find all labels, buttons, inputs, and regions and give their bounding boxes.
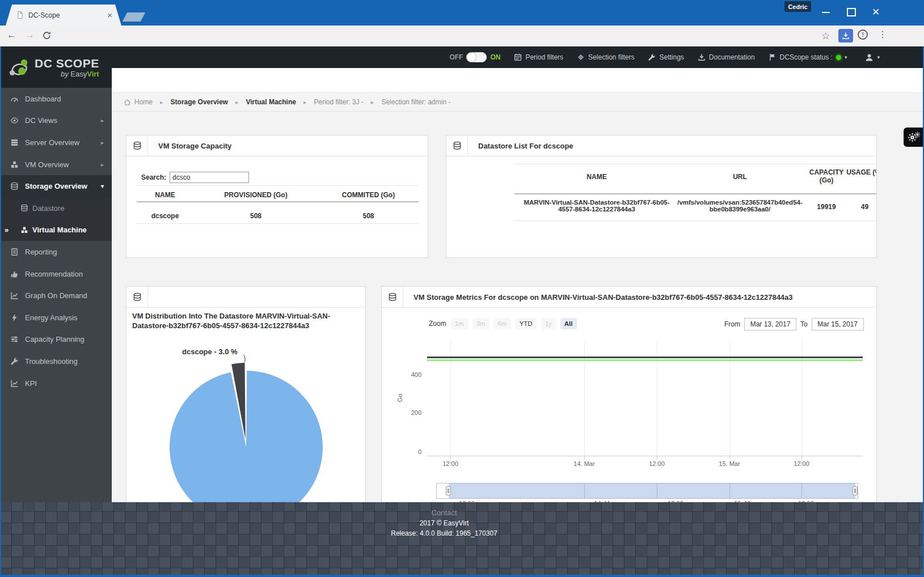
- status-green-dot: [836, 55, 841, 60]
- search-input[interactable]: [170, 172, 249, 183]
- column-header-name: NAME: [137, 191, 193, 199]
- onoff-toggle[interactable]: OFF ON: [449, 52, 500, 62]
- line-chart-icon: [10, 379, 19, 388]
- dcscope-status-menu[interactable]: DCScope status : ▾: [769, 53, 847, 61]
- new-tab-button[interactable]: [123, 12, 146, 22]
- chevron-down-icon: ▾: [101, 183, 104, 189]
- logo-title: DC SCOPE: [35, 57, 99, 69]
- flag-icon: [769, 53, 777, 61]
- column-header-usage: USAGE (%): [846, 168, 877, 176]
- series-dark-line[interactable]: [427, 357, 863, 358]
- period-filters-button[interactable]: Period filters: [514, 53, 563, 61]
- cell-name: dcscope: [137, 212, 193, 220]
- pie-slice-remaining[interactable]: [170, 371, 323, 502]
- zoom-button-1m[interactable]: 1m: [451, 318, 468, 329]
- sidebar-item-virtual-machine[interactable]: » Virtual Machine: [0, 219, 112, 241]
- tab-title: DC-Scope: [28, 11, 107, 19]
- sidebar-item-kpi[interactable]: KPI: [0, 372, 112, 394]
- toggle-switch[interactable]: [466, 52, 487, 62]
- pie-chart-title: VM Distribution Into The Datastore MARVI…: [132, 312, 359, 331]
- from-label: From: [724, 320, 740, 328]
- cell-capacity: 19919: [807, 203, 846, 211]
- cell-provisioned: 508: [193, 212, 318, 220]
- sidebar-item-recommendation[interactable]: Recommendation: [0, 263, 112, 285]
- browser-tab[interactable]: DC-Scope ×: [6, 5, 121, 26]
- cell-commited: 508: [318, 212, 419, 220]
- breadcrumb-separator: ▸: [160, 99, 163, 106]
- thumbs-up-icon: [10, 270, 19, 278]
- breadcrumb-selection-filter[interactable]: Selection filter: admin -: [381, 98, 450, 106]
- sidebar-item-storage-overview[interactable]: Storage Overview ▾: [0, 175, 112, 197]
- sidebar-item-capacity-planning[interactable]: Capacity Planning: [0, 329, 112, 351]
- bookmark-star-icon[interactable]: ☆: [821, 30, 830, 42]
- cell-url: /vmfs/volumes/vsan:523657847b40ed54-bbe0…: [673, 199, 807, 213]
- logo-subtitle: by EasyVirt: [35, 70, 99, 78]
- series-green-line[interactable]: [427, 359, 863, 361]
- breadcrumb-storage-overview[interactable]: Storage Overview: [171, 98, 228, 106]
- navigator-left-handle[interactable]: [446, 486, 451, 495]
- zoom-button-3m[interactable]: 3m: [472, 318, 490, 329]
- selection-filters-button[interactable]: Selection filters: [577, 53, 634, 61]
- chevron-right-icon: ▸: [101, 117, 104, 124]
- gauge-icon: [10, 95, 19, 103]
- database-icon: [446, 135, 468, 156]
- main-top-strip: [112, 68, 924, 92]
- release-text: Release: 4.0.0 Build: 1965_170307: [0, 529, 888, 537]
- window-minimize-button[interactable]: [822, 12, 830, 13]
- x-tick: 14. Mar: [564, 460, 604, 467]
- documentation-button[interactable]: Documentation: [698, 53, 755, 61]
- sidebar-item-graph-on-demand[interactable]: Graph On Demand: [0, 285, 112, 307]
- y-tick-0: 0: [396, 448, 421, 455]
- tab-close-icon[interactable]: ×: [107, 11, 112, 19]
- copyright-text: 2017 © EasyVirt: [0, 519, 888, 527]
- zoom-button-all[interactable]: All: [560, 318, 577, 329]
- window-close-button[interactable]: ✕: [872, 6, 880, 18]
- database-icon: [20, 204, 28, 212]
- sidebar-item-reporting[interactable]: Reporting: [0, 241, 112, 263]
- sliders-icon: [10, 335, 19, 343]
- refresh-icon[interactable]: [42, 31, 52, 40]
- chart-navigator-selection[interactable]: [449, 483, 855, 499]
- breadcrumb-period-filter[interactable]: Period filter: 3J -: [314, 98, 363, 106]
- settings-button[interactable]: Settings: [648, 53, 683, 61]
- browser-menu-icon[interactable]: ⋮: [878, 29, 887, 40]
- window-frame-left: [0, 46, 1, 577]
- sidebar-item-datastore[interactable]: Datastore: [0, 197, 112, 219]
- sidebar-item-dc-views[interactable]: DC Views ▸: [0, 110, 112, 132]
- info-icon[interactable]: !: [858, 29, 868, 40]
- window-maximize-button[interactable]: [847, 8, 856, 16]
- browser-titlebar: DC-Scope × Cedric ✕: [0, 0, 924, 26]
- zoom-button-1y[interactable]: 1y: [541, 318, 556, 329]
- breadcrumb-virtual-machine[interactable]: Virtual Machine: [246, 98, 296, 106]
- line-chart-icon: [10, 291, 19, 300]
- browser-profile-badge[interactable]: Cedric: [784, 1, 811, 12]
- book-icon: [10, 248, 19, 256]
- y-tick-400: 400: [396, 371, 421, 378]
- panel-title: VM Storage Capacity: [158, 135, 231, 156]
- sidebar-item-vm-overview[interactable]: VM Overview ▸: [0, 154, 112, 176]
- zoom-button-ytd[interactable]: YTD: [516, 318, 537, 329]
- sidebar-item-troubleshooting[interactable]: Troubleshooting: [0, 350, 112, 372]
- settings-gear-fab[interactable]: [904, 128, 924, 147]
- column-header-url: URL: [673, 173, 807, 181]
- zoom-button-6m[interactable]: 6m: [494, 318, 511, 329]
- panel-title: VM Storage Metrics For dcscope on MARVIN…: [414, 287, 793, 307]
- user-menu[interactable]: ▾: [865, 53, 880, 62]
- download-extension-button[interactable]: [838, 29, 853, 43]
- sidebar-item-energy-analysis[interactable]: Energy Analysis: [0, 307, 112, 329]
- to-date-input[interactable]: [812, 318, 864, 330]
- app-logo[interactable]: DC SCOPE by EasyVirt: [0, 46, 112, 88]
- sidebar-item-dashboard[interactable]: Dashboard: [0, 88, 112, 110]
- from-date-input[interactable]: [744, 318, 796, 330]
- forward-icon[interactable]: →: [25, 29, 35, 41]
- sidebar-item-server-overview[interactable]: Server Overview ▸: [0, 131, 112, 154]
- column-header-commited: COMMITED (Go): [318, 191, 419, 199]
- breadcrumb-home[interactable]: Home: [124, 98, 153, 106]
- pie-chart[interactable]: [126, 355, 366, 502]
- wrench-icon: [10, 357, 19, 366]
- cubes-icon: [20, 226, 28, 234]
- back-icon[interactable]: ←: [7, 29, 16, 41]
- contact-link[interactable]: Contact: [0, 508, 888, 517]
- x-tick: 12:00: [637, 460, 677, 467]
- navigator-right-handle[interactable]: [853, 486, 858, 495]
